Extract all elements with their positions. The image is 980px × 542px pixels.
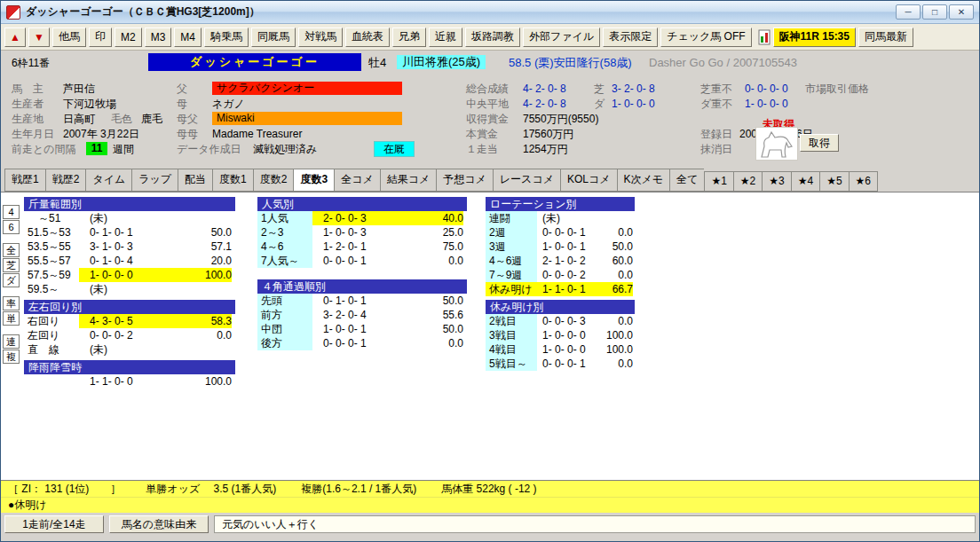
tab-★3[interactable]: ★3 [762, 171, 790, 192]
stat-row-record: (未) [79, 342, 187, 357]
frame-number: 6枠11番 [12, 57, 50, 69]
stat-row-rate: 0.0 [601, 314, 633, 328]
breeder-label: 生産者 [12, 98, 43, 110]
tab-★1[interactable]: ★1 [704, 171, 732, 192]
side-filter-4[interactable]: 4 [3, 205, 20, 219]
stat-row-label: 休み明け [486, 282, 537, 296]
stat-row: 53.5～553- 1- 0- 357.1 [24, 240, 235, 254]
maximize-button[interactable]: □ [922, 4, 947, 20]
tab-ラップ[interactable]: ラップ [131, 169, 178, 192]
minimize-button[interactable]: ─ [896, 4, 921, 20]
stat-row: 連闘(未) [486, 211, 635, 225]
tab-strip: 戦歴1戦歴2タイムラップ配当度数1度数2度数3全コメ結果コメ予想コメレースコメK… [1, 169, 979, 192]
tab-★2[interactable]: ★2 [733, 171, 762, 192]
tab-KOLコメ[interactable]: KOLコメ [560, 169, 617, 192]
toolbar-button-同厩馬[interactable]: 同厩馬 [251, 27, 296, 47]
toolbar-button-騎乗馬[interactable]: 騎乗馬 [204, 27, 249, 47]
breeder-value: 下河辺牧場 [63, 98, 116, 110]
place-odds: 複勝(1.6～2.1 / 1番人気) [301, 482, 416, 497]
toolbar-button-血統表[interactable]: 血統表 [345, 27, 390, 47]
stat-row-rate: 60.0 [601, 254, 633, 268]
stat-row: 3週1- 0- 0- 150.0 [486, 240, 635, 254]
latest-button[interactable]: 同馬最新 [858, 27, 913, 47]
toolbar-button-M3[interactable]: M3 [145, 27, 172, 47]
close-button[interactable]: ✕ [949, 4, 974, 20]
english-name-id: Dasher Go Go / 2007105543 [649, 57, 797, 69]
toolbar-button-他馬[interactable]: 他馬 [52, 27, 86, 47]
toolbar-button-対戦馬[interactable]: 対戦馬 [298, 27, 343, 47]
stat-table: 降雨降雪時1- 1- 0- 0100.0 [24, 360, 235, 389]
side-filter-複[interactable]: 複 [3, 350, 20, 364]
tab-全コメ[interactable]: 全コメ [334, 169, 380, 192]
tab-配当[interactable]: 配当 [178, 169, 212, 192]
tab-度数1[interactable]: 度数1 [212, 169, 253, 192]
race-button[interactable]: 阪神11R 15:35 [773, 27, 856, 47]
stat-row: 7人気～0- 0- 0- 10.0 [257, 254, 467, 268]
stat-row-rate: 20.0 [187, 254, 232, 268]
coat-label: 毛色 [111, 113, 132, 125]
tab-結果コメ[interactable]: 結果コメ [380, 169, 437, 192]
side-filter-6[interactable]: 6 [3, 220, 20, 234]
toolbar-button-外部ファイル[interactable]: 外部ファイル [523, 27, 600, 47]
tab-★6[interactable]: ★6 [849, 171, 878, 192]
toolbar: ▲ ▼ 他馬印M2M3M4騎乗馬同厩馬対戦馬血統表兄弟近親坂路調教外部ファイル表… [1, 24, 979, 51]
stat-row-record: 0- 1- 0- 1 [312, 294, 419, 308]
dirt-record: 1- 0- 0- 0 [612, 98, 655, 110]
side-filter-連[interactable]: 連 [3, 334, 20, 349]
tab-全て[interactable]: 全て [669, 169, 704, 192]
name-meaning-button[interactable]: 馬名の意味由来 [109, 515, 209, 533]
stat-row-record: (未) [537, 211, 601, 225]
toolbar-button-坂路調教[interactable]: 坂路調教 [465, 27, 520, 47]
earned-prize-label: 収得賞金 [466, 113, 509, 125]
bottom-bar: 1走前/全14走 馬名の意味由来 元気のいい人＋行く [1, 513, 979, 542]
side-filter-全[interactable]: 全 [3, 243, 20, 257]
down-arrow-button[interactable]: ▼ [28, 27, 50, 47]
stat-row-label: 7人気～ [257, 254, 312, 268]
run-range-button[interactable]: 1走前/全14走 [4, 515, 104, 533]
per-start-prize: 1254万円 [523, 143, 568, 155]
tab-予想コメ[interactable]: 予想コメ [436, 169, 493, 192]
stat-row-record: 3- 2- 0- 4 [312, 308, 419, 322]
stat-row: 2戦目0- 0- 0- 30.0 [486, 314, 635, 328]
up-arrow-button[interactable]: ▲ [4, 27, 26, 47]
stat-row: 2週0- 0- 0- 10.0 [486, 225, 635, 240]
toolbar-button-表示限定[interactable]: 表示限定 [603, 27, 658, 47]
stat-row-record: 0- 0- 0- 1 [537, 357, 601, 371]
stat-row: 右回り4- 3- 0- 558.3 [24, 314, 235, 328]
stat-row-rate: 55.6 [419, 308, 463, 322]
birthday-label: 生年月日 [12, 128, 54, 140]
tab-度数3[interactable]: 度数3 [293, 169, 334, 192]
stat-row-label: 2～3 [257, 225, 312, 240]
toolbar-button-M2[interactable]: M2 [115, 27, 142, 47]
acquire-button[interactable]: 取得 [800, 134, 839, 152]
toolbar-button-印[interactable]: 印 [89, 27, 112, 47]
stat-row-label: 2週 [486, 225, 537, 240]
tab-★4[interactable]: ★4 [791, 171, 819, 192]
toolbar-button-M4[interactable]: M4 [174, 27, 202, 47]
stat-row-label: 55.5～57 [24, 254, 79, 268]
tab-★5[interactable]: ★5 [819, 171, 848, 192]
side-filter-単[interactable]: 単 [3, 311, 20, 326]
stat-row: 4戦目1- 0- 0- 0100.0 [486, 342, 635, 357]
toolbar-button-近親[interactable]: 近親 [429, 27, 462, 47]
stat-row-rate: 100.0 [187, 268, 232, 282]
tab-K次メモ[interactable]: K次メモ [617, 169, 670, 192]
side-filter-芝[interactable]: 芝 [3, 258, 20, 272]
toolbar-button-チェック馬 OFF[interactable]: チェック馬 OFF [660, 27, 751, 47]
stat-row-rate: 100.0 [601, 328, 633, 342]
stat-row: 55.5～570- 1- 0- 420.0 [24, 254, 235, 268]
side-filter-ダ[interactable]: ダ [3, 273, 20, 287]
stat-row-rate: 0.0 [601, 225, 633, 240]
tab-タイム[interactable]: タイム [85, 169, 131, 192]
tab-度数2[interactable]: 度数2 [253, 169, 294, 192]
side-filter-group: 率単 [3, 296, 22, 326]
side-filter-率[interactable]: 率 [3, 296, 20, 310]
toolbar-button-兄弟[interactable]: 兄弟 [392, 27, 426, 47]
tab-戦歴2[interactable]: 戦歴2 [45, 169, 86, 192]
birthday-value: 2007年 3月22日 [63, 128, 139, 140]
stat-row-record: 1- 0- 0- 3 [312, 225, 419, 240]
tab-レースコメ[interactable]: レースコメ [493, 169, 560, 192]
tab-戦歴1[interactable]: 戦歴1 [4, 169, 45, 192]
stat-row: 左回り0- 0- 0- 20.0 [24, 328, 235, 342]
stats-column-2: 人気別1人気2- 0- 0- 340.02～31- 0- 0- 325.04～6… [257, 197, 467, 350]
